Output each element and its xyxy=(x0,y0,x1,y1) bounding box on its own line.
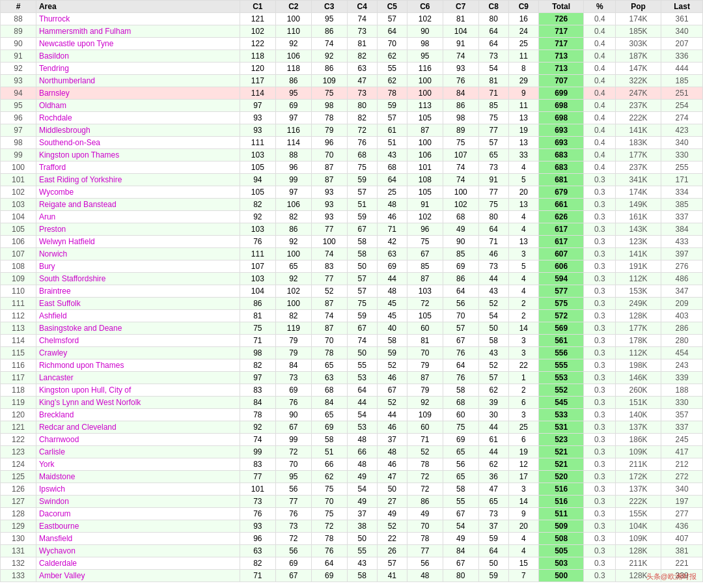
data-cell: 120 xyxy=(240,63,275,75)
area-name-cell[interactable]: Rochdale xyxy=(36,112,240,124)
area-name-cell[interactable]: Crawley xyxy=(36,347,240,359)
data-cell: 46 xyxy=(377,211,407,223)
area-name-cell[interactable]: Ashfield xyxy=(36,310,240,322)
area-name-cell[interactable]: Swindon xyxy=(36,496,240,508)
area-name-cell[interactable]: Reigate and Banstead xyxy=(36,199,240,211)
last-cell: 340 xyxy=(661,25,703,38)
area-name-cell[interactable]: Breckland xyxy=(36,409,240,421)
area-name-cell[interactable]: Hammersmith and Fulham xyxy=(36,25,240,38)
pop-cell: 260K xyxy=(616,384,661,397)
data-cell: 78 xyxy=(407,458,443,471)
data-cell: 75 xyxy=(478,199,508,211)
data-cell: 85 xyxy=(443,248,478,260)
area-name-cell[interactable]: East Riding of Yorkshire xyxy=(36,174,240,186)
area-name-cell[interactable]: Preston xyxy=(36,223,240,236)
area-name-cell[interactable]: Carlisle xyxy=(36,446,240,458)
total-cell: 521 xyxy=(538,458,584,471)
area-name-cell[interactable]: Wychavon xyxy=(36,545,240,557)
data-cell: 4 xyxy=(508,273,538,285)
area-name-cell[interactable]: Braintree xyxy=(36,285,240,298)
data-cell: 49 xyxy=(347,496,377,508)
area-name-cell[interactable]: Welwyn Hatfield xyxy=(36,236,240,248)
rankings-table: # Area C1 C2 C3 C4 C5 C6 C7 C8 C9 Total … xyxy=(0,0,703,582)
area-name-cell[interactable]: Barnsley xyxy=(36,87,240,100)
total-cell: 661 xyxy=(538,199,584,211)
area-name-cell[interactable]: Norwich xyxy=(36,248,240,260)
last-cell: 330 xyxy=(661,397,703,409)
area-name-cell[interactable]: York xyxy=(36,458,240,471)
area-name-cell[interactable]: Lancaster xyxy=(36,372,240,384)
pop-cell: 178K xyxy=(616,335,661,347)
data-cell: 68 xyxy=(347,149,377,161)
area-name-cell[interactable]: Kingston upon Hull, City of xyxy=(36,384,240,397)
area-name-cell[interactable]: Newcastle upon Tyne xyxy=(36,38,240,50)
data-cell: 42 xyxy=(377,236,407,248)
data-cell: 57 xyxy=(347,186,377,199)
area-name-cell[interactable]: Maidstone xyxy=(36,471,240,483)
data-cell: 98 xyxy=(407,38,443,50)
area-name-cell[interactable]: Middlesbrough xyxy=(36,124,240,137)
total-cell: 679 xyxy=(538,186,584,199)
data-cell: 47 xyxy=(478,483,508,496)
area-name-cell[interactable]: King's Lynn and West Norfolk xyxy=(36,397,240,409)
data-cell: 14 xyxy=(508,496,538,508)
area-name-cell[interactable]: Richmond upon Thames xyxy=(36,359,240,372)
data-cell: 54 xyxy=(347,483,377,496)
data-cell: 71 xyxy=(407,434,443,446)
data-cell: 50 xyxy=(347,260,377,273)
data-cell: 36 xyxy=(478,471,508,483)
area-name-cell[interactable]: Chelmsford xyxy=(36,335,240,347)
pop-cell: 249K xyxy=(616,298,661,310)
data-cell: 75 xyxy=(311,483,347,496)
data-cell: 80 xyxy=(478,211,508,223)
data-cell: 30 xyxy=(478,409,508,421)
area-name-cell[interactable]: Basingstoke and Deane xyxy=(36,322,240,335)
data-cell: 76 xyxy=(443,372,478,384)
area-name-cell[interactable]: Bury xyxy=(36,260,240,273)
table-row: 114Chelmsford717970745881675835610.3178K… xyxy=(1,335,703,347)
data-cell: 69 xyxy=(275,557,311,570)
area-name-cell[interactable]: Arun xyxy=(36,211,240,223)
area-name-cell[interactable]: Calderdale xyxy=(36,557,240,570)
data-cell: 13 xyxy=(508,112,538,124)
area-name-cell[interactable]: Basildon xyxy=(36,50,240,63)
rank-cell: 89 xyxy=(1,25,36,38)
data-cell: 67 xyxy=(275,421,311,434)
area-name-cell[interactable]: Northumberland xyxy=(36,75,240,87)
pop-cell: 149K xyxy=(616,199,661,211)
area-name-cell[interactable]: Dacorum xyxy=(36,508,240,520)
table-row: 120Breckland7890655444109603035330.3140K… xyxy=(1,409,703,421)
area-name-cell[interactable]: Oldham xyxy=(36,100,240,112)
area-name-cell[interactable]: Wycombe xyxy=(36,186,240,199)
table-row: 108Bury1076583506985697356060.3191K276 xyxy=(1,260,703,273)
area-name-cell[interactable]: Kingston upon Thames xyxy=(36,149,240,161)
area-name-cell[interactable]: Eastbourne xyxy=(36,520,240,533)
col-9: C9 xyxy=(508,1,538,13)
area-name-cell[interactable]: Charnwood xyxy=(36,434,240,446)
area-name-cell[interactable]: Trafford xyxy=(36,161,240,174)
pct-cell: 0.3 xyxy=(584,359,616,372)
data-cell: 90 xyxy=(407,25,443,38)
data-cell: 37 xyxy=(347,508,377,520)
pop-cell: 141K xyxy=(616,248,661,260)
area-name-cell[interactable]: Redcar and Cleveland xyxy=(36,421,240,434)
area-name-cell[interactable]: Ipswich xyxy=(36,483,240,496)
area-name-cell[interactable]: Thurrock xyxy=(36,13,240,25)
data-cell: 93 xyxy=(311,199,347,211)
data-cell: 105 xyxy=(240,161,275,174)
area-name-cell[interactable]: Tendring xyxy=(36,63,240,75)
data-cell: 9 xyxy=(508,87,538,100)
area-name-cell[interactable]: East Suffolk xyxy=(36,298,240,310)
pop-cell: 185K xyxy=(616,25,661,38)
data-cell: 122 xyxy=(240,38,275,50)
data-cell: 50 xyxy=(347,533,377,545)
data-cell: 58 xyxy=(478,335,508,347)
area-name-cell[interactable]: Mansfield xyxy=(36,533,240,545)
data-cell: 67 xyxy=(407,248,443,260)
area-name-cell[interactable]: Amber Valley xyxy=(36,570,240,582)
data-cell: 56 xyxy=(443,298,478,310)
data-cell: 64 xyxy=(478,223,508,236)
area-name-cell[interactable]: South Staffordshire xyxy=(36,273,240,285)
area-name-cell[interactable]: Southend-on-Sea xyxy=(36,137,240,149)
total-cell: 553 xyxy=(538,372,584,384)
